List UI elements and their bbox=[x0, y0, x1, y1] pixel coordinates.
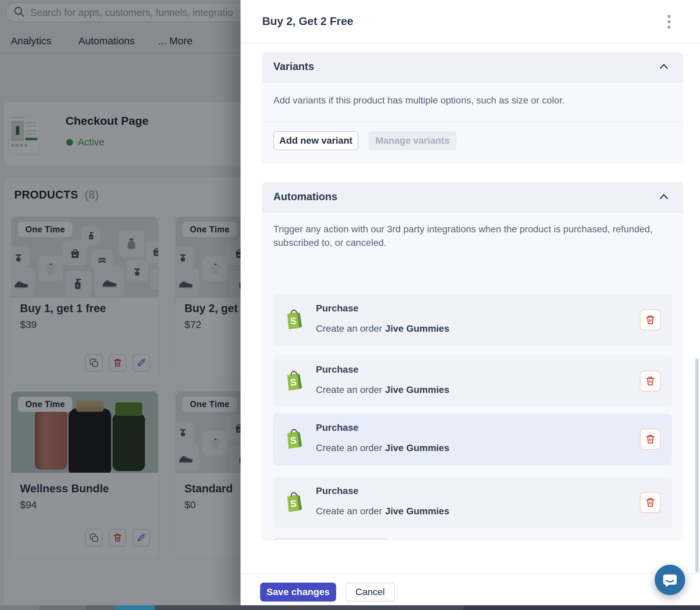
automation-row[interactable]: S Purchase Create an orderJive Gummies bbox=[273, 294, 672, 346]
automation-action: Create an orderJive Gummies bbox=[316, 506, 449, 517]
shopify-icon: S bbox=[284, 429, 303, 451]
panel-title: Buy 2, Get 2 Free bbox=[262, 0, 353, 43]
save-changes-button[interactable]: Save changes bbox=[260, 583, 336, 601]
svg-text:S: S bbox=[290, 435, 297, 446]
variants-section: Variants Add variants if this product ha… bbox=[262, 52, 683, 165]
automations-section: Automations Trigger any action with our … bbox=[262, 182, 683, 541]
panel-header: Buy 2, Get 2 Free bbox=[240, 0, 700, 43]
variants-heading: Variants bbox=[273, 52, 314, 81]
automation-action: Create an orderJive Gummies bbox=[316, 384, 449, 395]
svg-text:S: S bbox=[290, 377, 297, 387]
automation-row[interactable]: S Purchase Create an orderJive Gummies bbox=[273, 414, 672, 465]
shopify-icon: S bbox=[284, 309, 303, 331]
automations-heading: Automations bbox=[273, 182, 337, 212]
variants-description-row: Add variants if this product has multipl… bbox=[262, 82, 683, 122]
automation-target: Jive Gummies bbox=[385, 443, 449, 453]
automation-row[interactable]: S Purchase Create an orderJive Gummies bbox=[273, 477, 672, 528]
create-new-automation-button[interactable]: Create new automation bbox=[273, 539, 388, 541]
automation-target: Jive Gummies bbox=[385, 506, 449, 516]
variants-header[interactable]: Variants bbox=[262, 52, 683, 82]
automation-row[interactable]: S Purchase Create an orderJive Gummies bbox=[273, 355, 672, 407]
automation-trigger: Purchase bbox=[316, 485, 359, 496]
svg-text:S: S bbox=[290, 498, 297, 509]
collapse-chevron-up-icon[interactable] bbox=[654, 58, 673, 76]
manage-variants-button[interactable]: Manage variants bbox=[369, 131, 456, 150]
more-options-icon[interactable] bbox=[662, 13, 676, 31]
shopify-icon: S bbox=[284, 492, 303, 514]
delete-automation-button[interactable] bbox=[640, 371, 661, 391]
automation-trigger: Purchase bbox=[316, 364, 359, 375]
delete-automation-button[interactable] bbox=[640, 429, 661, 450]
panel-scrollbar[interactable] bbox=[695, 358, 699, 573]
delete-automation-button[interactable] bbox=[640, 309, 661, 331]
add-new-variant-button[interactable]: Add new variant bbox=[273, 131, 359, 150]
svg-text:S: S bbox=[290, 316, 297, 326]
automation-trigger: Purchase bbox=[316, 422, 359, 433]
product-detail-panel: Buy 2, Get 2 Free Variants Add variants … bbox=[240, 0, 700, 610]
automations-description: Trigger any action with our 3rd party in… bbox=[273, 223, 665, 250]
shopify-icon: S bbox=[284, 370, 303, 392]
bottom-edge-bar bbox=[0, 605, 700, 610]
automation-action: Create an orderJive Gummies bbox=[316, 323, 449, 334]
collapse-chevron-up-icon[interactable] bbox=[654, 188, 673, 207]
automation-action: Create an orderJive Gummies bbox=[316, 443, 449, 453]
automation-target: Jive Gummies bbox=[385, 384, 449, 395]
panel-footer: Save changes Cancel bbox=[240, 573, 700, 610]
automations-header[interactable]: Automations bbox=[262, 182, 683, 212]
variants-description: Add variants if this product has multipl… bbox=[273, 95, 565, 106]
automation-trigger: Purchase bbox=[316, 303, 359, 314]
automation-target: Jive Gummies bbox=[385, 323, 449, 334]
cancel-button[interactable]: Cancel bbox=[345, 583, 395, 601]
app-root: Search for apps, customers, funnels, int… bbox=[0, 0, 700, 610]
chat-icon bbox=[662, 572, 678, 588]
delete-automation-button[interactable] bbox=[640, 492, 661, 513]
chat-launcher-button[interactable] bbox=[655, 565, 685, 595]
